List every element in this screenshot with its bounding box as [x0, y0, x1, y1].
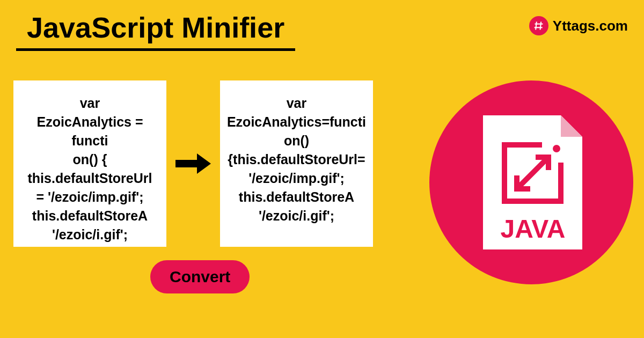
output-line: var — [287, 94, 307, 113]
output-line: EzoicAnalytics=functi — [227, 113, 366, 131]
input-line: = '/ezoic/imp.gif'; — [36, 188, 143, 207]
brand-name: Yttags.com — [553, 18, 628, 34]
input-line: EzoicAnalytics = functi — [19, 113, 161, 150]
input-line: on() { — [73, 150, 107, 169]
content-area: var EzoicAnalytics = functi on() { this.… — [13, 80, 373, 247]
input-line: '/ezoic/i.gif'; — [52, 225, 128, 244]
output-line: '/ezoic/i.gif'; — [259, 207, 334, 225]
page-title: JavaScript Minifier — [16, 11, 295, 51]
output-code-box[interactable]: var EzoicAnalytics=functi on() {this.def… — [220, 80, 373, 247]
output-line: this.defaultStoreA — [239, 188, 354, 207]
convert-button[interactable]: Convert — [150, 260, 250, 293]
input-code-box[interactable]: var EzoicAnalytics = functi on() { this.… — [13, 80, 166, 247]
java-badge-circle: JAVA — [429, 80, 633, 284]
output-line: '/ezoic/imp.gif'; — [248, 169, 345, 188]
java-label: JAVA — [501, 215, 566, 243]
input-line: this.defaultStoreA — [32, 207, 148, 225]
brand-icon — [529, 16, 548, 35]
brand[interactable]: Yttags.com — [529, 16, 628, 35]
svg-line-1 — [540, 22, 541, 30]
input-line: this.defaultStoreUrl — [28, 169, 152, 188]
svg-line-0 — [536, 22, 537, 30]
output-line: {this.defaultStoreUrl= — [228, 150, 365, 169]
output-line: on() — [284, 131, 309, 150]
header: JavaScript Minifier Yttags.com — [16, 11, 628, 51]
arrow-icon — [174, 150, 212, 177]
input-line: var — [80, 94, 100, 113]
java-file-icon: JAVA — [478, 115, 585, 249]
svg-point-5 — [553, 145, 560, 152]
